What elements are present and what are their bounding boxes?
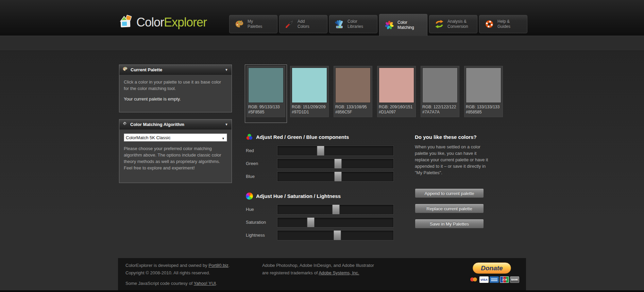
palette-instructions: Click a color in your palette to use it … <box>124 79 227 92</box>
tab-label: ColorLibraries <box>348 19 363 29</box>
saturation-slider-handle[interactable] <box>307 217 315 227</box>
slider-label: Blue <box>246 174 255 179</box>
gear-icon <box>122 121 128 128</box>
swatch-hex-label: #7A7A7A <box>422 110 458 115</box>
palette-empty-status: Your current palette is empty. <box>124 96 227 102</box>
algorithm-panel: Color Matching Algorithm ▼ ColorMatch 5K… <box>119 119 232 183</box>
save-heading: Do you like these colors? <box>415 134 488 140</box>
swatch-card[interactable]: RGB: 133/108/95 #856C5F <box>334 66 372 117</box>
swatch-color <box>379 68 414 103</box>
eyedropper-icon <box>285 19 294 29</box>
conversion-arrows-icon <box>435 19 444 29</box>
swatch-card[interactable]: RGB: 122/122/122 #7A7A7A <box>421 66 459 117</box>
lightness-slider-track[interactable] <box>277 230 394 240</box>
algorithm-select-wrap: ColorMatch 5K Classic <box>124 133 227 142</box>
tab-label: AddColors <box>298 19 309 29</box>
swatch-color <box>335 68 371 103</box>
tab-color-libraries[interactable]: ColorLibraries <box>329 15 377 33</box>
save-palette-column: Do you like these colors? When you have … <box>415 134 488 176</box>
swatch-hex-label: #856C5F <box>335 110 371 115</box>
swatch-card[interactable]: RGB: 151/209/209 #97D1D1 <box>290 66 329 117</box>
tab-label: Analysis &Conversion <box>447 19 468 29</box>
hue-slider-track[interactable] <box>277 204 394 215</box>
rgb-section-heading: Adjust Red / Green / Blue components <box>246 133 349 141</box>
slider-row-lightness: Lightness <box>246 230 512 240</box>
save-in-my-palettes-button[interactable]: Save in My Palettes <box>415 219 484 229</box>
replace-palette-button[interactable]: Replace current palette <box>415 204 484 213</box>
hue-slider-handle[interactable] <box>332 204 340 215</box>
swatch-slot: RGB: 209/160/151 #D1A097 <box>377 66 416 117</box>
tab-my-palettes[interactable]: MyPalettes <box>229 15 277 33</box>
algorithm-panel-header[interactable]: Color Matching Algorithm ▼ <box>119 120 232 129</box>
donate-button[interactable]: Donate <box>473 262 511 274</box>
lightness-slider-handle[interactable] <box>333 230 341 240</box>
append-to-palette-button[interactable]: Append to current palette <box>415 188 484 198</box>
swatch-rgb-label: RGB: 133/108/95 <box>335 105 371 110</box>
tab-color-matching[interactable]: ColorMatching <box>379 14 427 36</box>
tab-label: MyPalettes <box>248 19 262 29</box>
color-wheel-icon <box>246 193 253 200</box>
green-slider-track[interactable] <box>277 159 394 169</box>
color-fan-icon <box>335 19 344 29</box>
footer-js-credit: Some JavaScript code courtesy of Yahoo! … <box>125 281 217 286</box>
swatch-rgb-label: RGB: 209/160/151 <box>379 105 414 110</box>
tab-analysis-conversion[interactable]: Analysis &Conversion <box>429 15 477 33</box>
swatch-rgb-label: RGB: 122/122/122 <box>422 105 458 110</box>
palette-small-icon <box>122 66 128 73</box>
swatch-color <box>422 68 458 103</box>
blue-slider-track[interactable] <box>277 171 394 182</box>
swatch-color <box>248 68 284 103</box>
swatch-rgb-label: RGB: 95/133/133 <box>248 105 284 110</box>
jcb-icon: JCB <box>500 276 509 283</box>
port80-link[interactable]: Port80.biz <box>208 263 228 268</box>
blue-slider-handle[interactable] <box>334 171 342 182</box>
red-slider-handle[interactable] <box>317 146 325 156</box>
footer-adobe-line1: Adobe Photoshop, Adobe InDesign, and Ado… <box>262 263 374 268</box>
algorithm-description: Please choose your preferred color match… <box>124 145 227 171</box>
saturation-slider-track[interactable] <box>277 217 394 227</box>
mastercard-icon <box>469 276 478 283</box>
tab-help-guides[interactable]: Help &Guides <box>479 15 527 33</box>
chevron-down-icon[interactable]: ▼ <box>225 68 228 72</box>
red-slider-track[interactable] <box>277 146 394 156</box>
swatch-slot: RGB: 151/209/209 #97D1D1 <box>290 66 329 117</box>
slider-label: Lightness <box>246 233 265 238</box>
green-slider-handle[interactable] <box>334 159 342 169</box>
footer-copyright: Copyright © 2008-2010. All rights reserv… <box>125 270 210 275</box>
current-palette-header[interactable]: Current Palette ▼ <box>119 65 232 75</box>
adobe-systems-link[interactable]: Adobe Systems, Inc. <box>319 270 359 275</box>
slider-label: Red <box>246 148 254 153</box>
swatch-rgb-label: RGB: 151/209/209 <box>292 105 327 110</box>
matched-swatch-row: RGB: 95/133/133 #5F8585 RGB: 151/209/209… <box>247 66 503 117</box>
logo[interactable]: ColorExplorer <box>119 14 207 31</box>
logo-icon <box>119 14 133 31</box>
footer: ColorExplorer is developed and owned by … <box>118 258 526 290</box>
footer-adobe-line2: are registered trademarks of Adobe Syste… <box>262 270 359 275</box>
swatch-slot: RGB: 133/108/95 #856C5F <box>334 66 372 117</box>
hsl-section-heading: Adjust Hue / Saturation / Lightness <box>246 193 341 200</box>
amex-icon <box>490 276 499 283</box>
footer-owner-line: ColorExplorer is developed and owned by … <box>125 263 230 268</box>
tab-label: Help &Guides <box>497 19 510 29</box>
algorithm-select[interactable]: ColorMatch 5K Classic <box>124 133 227 142</box>
visa-icon: VISA <box>479 276 489 283</box>
logo-text: ColorExplorer <box>136 15 207 30</box>
chevron-down-icon[interactable]: ▼ <box>225 123 228 126</box>
swatch-card[interactable]: RGB: 133/133/133 #858585 <box>464 66 503 117</box>
sub-header-strip <box>0 36 644 51</box>
main-area: Current Palette ▼ Click a color in your … <box>0 51 644 290</box>
color-flower-icon <box>385 20 394 30</box>
panel-title: Color Matching Algorithm <box>130 122 222 127</box>
swatch-slot: RGB: 122/122/122 #7A7A7A <box>421 66 459 117</box>
swatch-hex-label: #858585 <box>466 110 501 115</box>
swatch-card[interactable]: RGB: 95/133/133 #5F8585 <box>247 66 285 117</box>
swatch-hex-label: #97D1D1 <box>292 110 327 115</box>
tab-add-colors[interactable]: AddColors <box>279 15 327 33</box>
yahoo-yui-link[interactable]: Yahoo! YUI <box>194 281 216 286</box>
panel-title: Current Palette <box>131 67 222 72</box>
swatch-card[interactable]: RGB: 209/160/151 #D1A097 <box>377 66 416 117</box>
swatch-color <box>466 68 501 103</box>
current-palette-body: Click a color in your palette to use it … <box>119 75 232 112</box>
swatch-slot: RGB: 95/133/133 #5F8585 <box>247 66 285 117</box>
palette-icon <box>235 19 244 29</box>
